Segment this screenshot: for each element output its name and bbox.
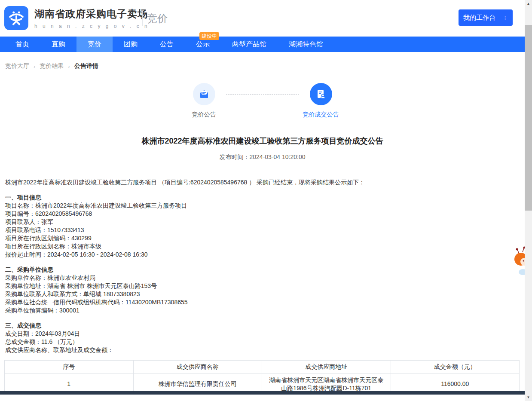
scrollbar[interactable]: ▲ ▼ (525, 0, 532, 401)
table-header-cell: 成交金额（元） (391, 361, 520, 374)
section-2: 二、采购单位信息采购单位名称：株洲市农业农村局采购单位地址：湖南省 株洲市 株洲… (5, 266, 520, 315)
channel-label: 竞价 (147, 12, 168, 25)
section-line: 采购单位名称：株洲市农业农村局 (5, 274, 520, 282)
table-header-cell: 成交供应商地址 (262, 361, 391, 374)
divider (142, 11, 143, 26)
zcy-logo-icon (7, 8, 26, 28)
scrollbar-thumb[interactable] (525, 25, 532, 211)
main-nav: 首页直购竞价团购公告公示建设中两型产品馆湖湘特色馆 (0, 37, 525, 52)
site-logo[interactable] (4, 6, 28, 30)
nav-item-label: 团购 (124, 40, 138, 48)
nav-item-公示[interactable]: 公示建设中 (185, 37, 221, 52)
section-line: 项目编号：62024020585496768 (5, 210, 520, 218)
step-label: 竞价成交公告 (303, 111, 339, 119)
page: 湖南省政府采购电子卖场 h u n a n . z c y g o v . c … (0, 0, 525, 395)
step-deal-announcement[interactable]: 竞价成交公告 (289, 83, 353, 119)
nav-item-首页[interactable]: 首页 (4, 37, 40, 52)
breadcrumb-item-2[interactable]: 竞价结果 (40, 62, 64, 70)
section-line: 项目联系电话：15107333413 (5, 226, 520, 234)
table-header-cell: 序号 (5, 361, 134, 374)
more-dots-icon: ⋮ (502, 15, 508, 21)
nav-item-label: 首页 (15, 40, 29, 48)
footer-bar (0, 391, 525, 395)
nav-item-label: 公示 (196, 40, 210, 48)
workspace-button-label: 我的工作台 (463, 14, 495, 22)
breadcrumb-separator: › (34, 63, 35, 70)
section-line: 项目所在行政区划编码：430299 (5, 234, 520, 242)
site-title: 湖南省政府采购电子卖场 (34, 7, 149, 21)
section-line: 总成交金额：11.6 （万元） (5, 338, 520, 346)
under-construction-badge: 建设中 (199, 32, 219, 40)
section-line: 采购单位社会统一信用代码或组织机构代码：11430200MB17308655 (5, 298, 520, 306)
section-heading: 三、成交信息 (5, 321, 520, 330)
announcement-intro: 株洲市2022年度高标准农田建设竣工验收第三方服务项目 （项目编号:620240… (5, 178, 520, 187)
workspace-button[interactable]: 我的工作台 ⋮ (459, 9, 513, 26)
step-label: 竞价公告 (192, 111, 216, 119)
brand-block: 湖南省政府采购电子卖场 h u n a n . z c y g o v . c … (34, 7, 149, 29)
nav-item-团购[interactable]: 团购 (113, 37, 149, 52)
top-header: 湖南省政府采购电子卖场 h u n a n . z c y g o v . c … (0, 0, 525, 37)
mail-icon (193, 83, 215, 105)
nav-item-label: 竞价 (88, 40, 101, 48)
section-line: 项目名称：株洲市2022年度高标准农田建设竣工验收第三方服务项目 (5, 202, 520, 210)
nav-item-label: 两型产品馆 (232, 40, 266, 48)
deal-table: 序号成交供应商名称成交供应商地址成交金额（元） 1株洲市华信监理有限责任公司湖南… (4, 360, 520, 395)
nav-item-两型产品馆[interactable]: 两型产品馆 (221, 37, 278, 52)
section-3: 三、成交信息成交日期：2024年03月04日总成交金额：11.6 （万元）成交供… (5, 321, 520, 354)
scroll-up-arrow[interactable]: ▲ (525, 0, 532, 7)
nav-item-label: 直购 (52, 40, 65, 48)
announcement-body: 株洲市2022年度高标准农田建设竣工验收第三方服务项目 （项目编号:620240… (0, 178, 525, 354)
section-line: 项目所在行政区划名称：株洲市本级 (5, 242, 520, 251)
section-1: 一、项目信息项目名称：株洲市2022年度高标准农田建设竣工验收第三方服务项目项目… (5, 193, 520, 259)
section-line: 报价起止时间：2024-02-05 16:30 - 2024-02-08 16:… (5, 251, 520, 259)
breadcrumb-separator: › (68, 63, 70, 70)
section-heading: 一、项目信息 (5, 193, 520, 202)
nav-item-公告[interactable]: 公告 (149, 37, 185, 52)
step-bid-announcement[interactable]: 竞价公告 (172, 83, 236, 119)
announcement-title: 株洲市2022年度高标准农田建设竣工验收第三方服务项目竞价成交公告 (0, 136, 525, 146)
section-heading: 二、采购单位信息 (5, 266, 520, 274)
site-domain: h u n a n . z c y g o v . c n (34, 23, 149, 29)
deal-table-head: 序号成交供应商名称成交供应商地址成交金额（元） (5, 361, 520, 374)
breadcrumb-item-3: 公告详情 (74, 62, 98, 70)
breadcrumb: 竞价大厅›竞价结果›公告详情 (0, 52, 525, 70)
nav-item-湖湘特色馆[interactable]: 湖湘特色馆 (278, 37, 334, 52)
section-line: 采购单位预算编码：300001 (5, 306, 520, 315)
section-line: 成交供应商名称、联系地址及成交金额： (5, 346, 520, 354)
nav-item-label: 湖湘特色馆 (289, 40, 323, 48)
channel-block: 竞价 (142, 10, 168, 27)
nav-item-直购[interactable]: 直购 (40, 37, 76, 52)
announcement-sections: 一、项目信息项目名称：株洲市2022年度高标准农田建设竣工验收第三方服务项目项目… (5, 193, 520, 354)
section-line: 成交日期：2024年03月04日 (5, 330, 520, 338)
table-header-cell: 成交供应商名称 (133, 361, 262, 374)
deal-doc-icon (310, 83, 332, 105)
publish-time: 发布时间：2024-03-04 10:20:00 (0, 153, 525, 161)
scroll-down-arrow[interactable]: ▼ (525, 394, 532, 401)
nav-item-label: 公告 (160, 40, 174, 48)
section-line: 采购单位联系人和联系方式：单绍城 18073380823 (5, 290, 520, 298)
breadcrumb-item-1[interactable]: 竞价大厅 (5, 62, 29, 70)
step-indicator: 竞价公告 竞价成交公告 (0, 83, 525, 119)
nav-item-竞价[interactable]: 竞价 (76, 37, 113, 52)
step-connector-line (226, 94, 299, 95)
section-line: 项目联系人：张军 (5, 218, 520, 226)
section-line: 采购单位地址：湖南省 株洲市 株洲市天元区泰山路153号 (5, 282, 520, 290)
